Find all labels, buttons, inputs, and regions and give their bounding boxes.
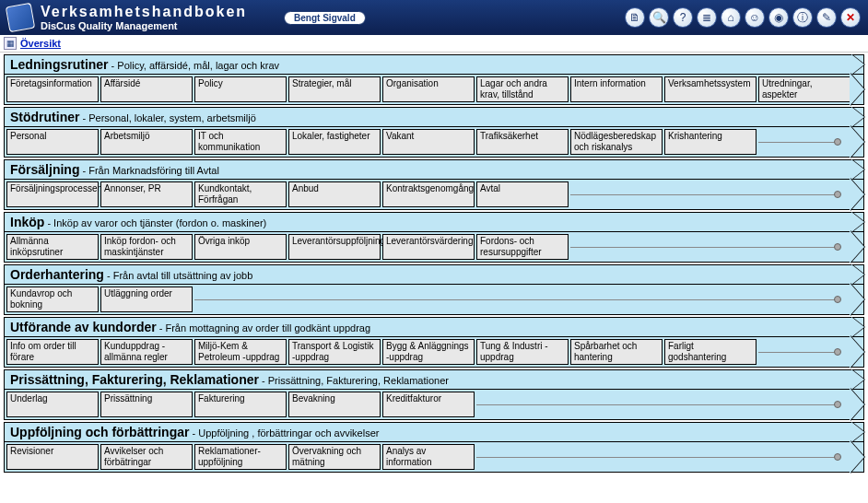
process-box[interactable]: Trafiksäkerhet: [476, 129, 569, 155]
process-box[interactable]: Miljö-Kem & Petroleum -uppdrag: [194, 339, 287, 365]
process-box[interactable]: Verksamhetssystem: [664, 76, 757, 102]
process-box[interactable]: Info om order till förare: [6, 339, 99, 365]
process-box[interactable]: Kreditfakturor: [382, 392, 475, 417]
process-box[interactable]: Kunduppdrag -allmänna regler: [100, 339, 193, 365]
process-box[interactable]: Annonser, PR: [100, 181, 193, 207]
list-icon[interactable]: ≣: [697, 7, 717, 28]
process-box[interactable]: Övriga inköp: [194, 234, 287, 260]
section-header: Orderhantering - Från avtal till utsättn…: [4, 264, 864, 285]
section-header: Ledningsrutiner - Policy, affärsidé, mål…: [4, 54, 864, 75]
section-desc: - Prissättning, Fakturering, Reklamation…: [259, 375, 449, 386]
section-title: Prissättning, Fakturering, Reklamationer: [10, 372, 259, 387]
section: Prissättning, Fakturering, Reklamationer…: [4, 369, 864, 420]
overview-bar: ▦ Översikt: [0, 35, 868, 53]
info-icon[interactable]: ⓘ: [792, 7, 813, 28]
home-icon[interactable]: ⌂: [721, 7, 741, 28]
process-box[interactable]: Lagar och andra krav, tillstånd: [476, 76, 569, 102]
process-box[interactable]: Tung & Industri -uppdrag: [476, 339, 569, 365]
section-row: Kundavrop och bokningUtläggning order: [4, 285, 864, 315]
box-row: Kundavrop och bokningUtläggning order: [6, 287, 841, 312]
help-icon[interactable]: ?: [673, 7, 693, 28]
process-box[interactable]: Personal: [6, 129, 99, 155]
section-header: Prissättning, Fakturering, Reklamationer…: [4, 369, 864, 390]
process-box[interactable]: Inköp fordon- och maskintjänster: [100, 234, 193, 260]
process-box[interactable]: Försäljningsprocessen: [6, 181, 99, 207]
app-subtitle: DisCus Quality Management: [41, 20, 247, 31]
process-box[interactable]: Intern information: [570, 76, 663, 102]
filler-line: [476, 392, 841, 417]
process-box[interactable]: Avtal: [476, 181, 569, 207]
app-header: Verksamhetshandboken DisCus Quality Mana…: [0, 0, 868, 35]
box-row: UnderlagPrissättningFaktureringBevakning…: [6, 392, 841, 417]
process-box[interactable]: Bygg & Anläggnings -uppdrag: [382, 339, 475, 365]
process-box[interactable]: Affärsidé: [100, 76, 193, 102]
process-box[interactable]: Allmänna inköpsrutiner: [6, 234, 99, 260]
section-desc: - Inköp av varor och tjänster (fordon o.…: [44, 217, 266, 228]
section-desc: - Från Marknadsföring till Avtal: [79, 165, 218, 176]
process-box[interactable]: Kundkontakt, Förfrågan: [194, 181, 287, 207]
process-box[interactable]: Kundavrop och bokning: [6, 287, 99, 312]
title-block: Verksamhetshandboken DisCus Quality Mana…: [41, 4, 247, 31]
process-box[interactable]: Leverantörsuppföljning: [288, 234, 381, 260]
process-box[interactable]: Utredningar, aspekter: [758, 76, 850, 102]
toolbar: 🗎🔍?≣⌂☺◉ⓘ✎✕: [625, 7, 861, 28]
search-icon[interactable]: 🔍: [649, 7, 669, 28]
process-box[interactable]: Strategier, mål: [288, 76, 381, 102]
process-box[interactable]: Leverantörsvärdering: [382, 234, 475, 260]
process-box[interactable]: Utläggning order: [100, 287, 193, 312]
globe-icon[interactable]: ◉: [768, 7, 789, 28]
process-box[interactable]: Kontraktsgenomgång: [382, 181, 475, 207]
box-row: Allmänna inköpsrutinerInköp fordon- och …: [6, 234, 841, 260]
process-box[interactable]: Fordons- och resursuppgifter: [476, 234, 569, 260]
section-title: Inköp: [10, 215, 44, 229]
process-box[interactable]: Nödlägesberedskap och riskanalys: [570, 129, 663, 155]
close-icon[interactable]: ✕: [840, 7, 861, 28]
section-title: Stödrutiner: [10, 110, 79, 124]
filler-line: [758, 339, 841, 365]
filler-line: [758, 129, 841, 155]
process-box[interactable]: Avvikelser och förbätringar: [100, 444, 193, 470]
section-desc: - Policy, affärsidé, mål, lagar och krav: [109, 60, 279, 71]
process-box[interactable]: Policy: [194, 76, 287, 102]
app-logo-icon: [6, 3, 35, 32]
process-box[interactable]: Krishantering: [664, 129, 757, 155]
section-header: Försäljning - Från Marknadsföring till A…: [4, 159, 864, 180]
process-box[interactable]: Farligt godshantering: [664, 339, 757, 365]
section-header: Utförande av kundorder - Från mottagning…: [4, 317, 864, 337]
process-box[interactable]: Anbud: [288, 181, 381, 207]
person-icon[interactable]: ☺: [745, 7, 765, 28]
overview-link[interactable]: Översikt: [20, 38, 61, 49]
process-box[interactable]: Fakturering: [194, 392, 287, 417]
section-title: Försäljning: [10, 162, 79, 177]
section-row: PersonalArbetsmiljöIT och kommunikationL…: [4, 127, 864, 158]
section-header: Stödrutiner - Personal, lokaler, system,…: [4, 107, 864, 127]
process-box[interactable]: Prissättning: [100, 392, 193, 417]
process-box[interactable]: Företagsinformation: [6, 76, 99, 102]
section-header: Inköp - Inköp av varor och tjänster (for…: [4, 212, 864, 232]
process-box[interactable]: Spårbarhet och hantering: [570, 339, 663, 365]
process-box[interactable]: IT och kommunikation: [194, 129, 287, 155]
process-box[interactable]: Organisation: [382, 76, 475, 102]
process-box[interactable]: Transport & Logistik -uppdrag: [288, 339, 381, 365]
filler-line: [570, 181, 841, 207]
section-row: FöretagsinformationAffärsidéPolicyStrate…: [4, 75, 864, 105]
process-box[interactable]: Arbetsmiljö: [100, 129, 193, 155]
process-box[interactable]: Vakant: [382, 129, 475, 155]
section-row: FörsäljningsprocessenAnnonser, PRKundkon…: [4, 180, 864, 210]
process-box[interactable]: Analys av information: [382, 444, 475, 470]
section: Ledningsrutiner - Policy, affärsidé, mål…: [4, 54, 864, 105]
doc-icon[interactable]: 🗎: [625, 7, 645, 28]
process-box[interactable]: Revisioner: [6, 444, 99, 470]
process-box[interactable]: Övervakning och mätning: [288, 444, 381, 470]
process-box[interactable]: Bevakning: [288, 392, 381, 417]
section-row: Info om order till förareKunduppdrag -al…: [4, 337, 864, 368]
process-box[interactable]: Lokaler, fastigheter: [288, 129, 381, 155]
section: Utförande av kundorder - Från mottagning…: [4, 317, 864, 368]
section-row: Allmänna inköpsrutinerInköp fordon- och …: [4, 232, 864, 263]
user-badge: Bengt Sigvald: [284, 11, 366, 25]
process-box[interactable]: Reklamationer- uppföljning: [194, 444, 287, 470]
section-desc: - Personal, lokaler, system, arbetsmiljö: [79, 112, 255, 123]
box-row: FörsäljningsprocessenAnnonser, PRKundkon…: [6, 181, 841, 207]
tools-icon[interactable]: ✎: [816, 7, 837, 28]
process-box[interactable]: Underlag: [6, 392, 99, 417]
